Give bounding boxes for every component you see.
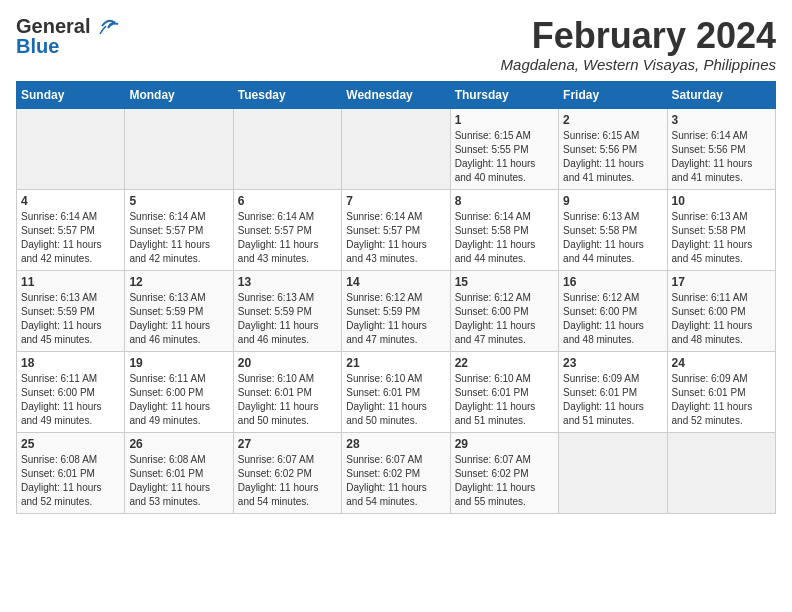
logo-bird-icon <box>92 16 120 38</box>
day-number: 8 <box>455 194 554 208</box>
day-number: 6 <box>238 194 337 208</box>
calendar-day-cell: 20Sunrise: 6:10 AM Sunset: 6:01 PM Dayli… <box>233 351 341 432</box>
calendar-day-cell: 29Sunrise: 6:07 AM Sunset: 6:02 PM Dayli… <box>450 432 558 513</box>
day-number: 27 <box>238 437 337 451</box>
day-number: 9 <box>563 194 662 208</box>
day-info: Sunrise: 6:14 AM Sunset: 5:57 PM Dayligh… <box>346 210 445 266</box>
day-info: Sunrise: 6:08 AM Sunset: 6:01 PM Dayligh… <box>129 453 228 509</box>
header: GeneralBlue February 2024 Magdalena, Wes… <box>16 16 776 73</box>
day-number: 3 <box>672 113 771 127</box>
day-number: 23 <box>563 356 662 370</box>
day-number: 19 <box>129 356 228 370</box>
day-number: 4 <box>21 194 120 208</box>
day-info: Sunrise: 6:14 AM Sunset: 5:56 PM Dayligh… <box>672 129 771 185</box>
day-info: Sunrise: 6:11 AM Sunset: 6:00 PM Dayligh… <box>672 291 771 347</box>
calendar-day-cell <box>233 108 341 189</box>
calendar-day-cell: 8Sunrise: 6:14 AM Sunset: 5:58 PM Daylig… <box>450 189 558 270</box>
day-number: 14 <box>346 275 445 289</box>
day-info: Sunrise: 6:07 AM Sunset: 6:02 PM Dayligh… <box>455 453 554 509</box>
day-info: Sunrise: 6:07 AM Sunset: 6:02 PM Dayligh… <box>238 453 337 509</box>
calendar-day-cell: 28Sunrise: 6:07 AM Sunset: 6:02 PM Dayli… <box>342 432 450 513</box>
calendar-week-row: 25Sunrise: 6:08 AM Sunset: 6:01 PM Dayli… <box>17 432 776 513</box>
calendar-day-cell: 23Sunrise: 6:09 AM Sunset: 6:01 PM Dayli… <box>559 351 667 432</box>
day-info: Sunrise: 6:09 AM Sunset: 6:01 PM Dayligh… <box>563 372 662 428</box>
day-info: Sunrise: 6:13 AM Sunset: 5:58 PM Dayligh… <box>563 210 662 266</box>
calendar-week-row: 11Sunrise: 6:13 AM Sunset: 5:59 PM Dayli… <box>17 270 776 351</box>
day-info: Sunrise: 6:10 AM Sunset: 6:01 PM Dayligh… <box>238 372 337 428</box>
calendar-body: 1Sunrise: 6:15 AM Sunset: 5:55 PM Daylig… <box>17 108 776 513</box>
calendar-day-cell: 2Sunrise: 6:15 AM Sunset: 5:56 PM Daylig… <box>559 108 667 189</box>
logo: GeneralBlue <box>16 16 120 56</box>
calendar-week-row: 18Sunrise: 6:11 AM Sunset: 6:00 PM Dayli… <box>17 351 776 432</box>
day-info: Sunrise: 6:13 AM Sunset: 5:59 PM Dayligh… <box>129 291 228 347</box>
day-number: 7 <box>346 194 445 208</box>
title-area: February 2024 Magdalena, Western Visayas… <box>501 16 776 73</box>
calendar-header-row: SundayMondayTuesdayWednesdayThursdayFrid… <box>17 81 776 108</box>
day-number: 17 <box>672 275 771 289</box>
logo-text: GeneralBlue <box>16 16 90 56</box>
day-info: Sunrise: 6:10 AM Sunset: 6:01 PM Dayligh… <box>455 372 554 428</box>
day-number: 20 <box>238 356 337 370</box>
day-info: Sunrise: 6:12 AM Sunset: 5:59 PM Dayligh… <box>346 291 445 347</box>
calendar-day-cell: 9Sunrise: 6:13 AM Sunset: 5:58 PM Daylig… <box>559 189 667 270</box>
calendar-day-cell <box>125 108 233 189</box>
day-info: Sunrise: 6:10 AM Sunset: 6:01 PM Dayligh… <box>346 372 445 428</box>
day-info: Sunrise: 6:14 AM Sunset: 5:57 PM Dayligh… <box>129 210 228 266</box>
month-title: February 2024 <box>501 16 776 56</box>
calendar-day-cell: 27Sunrise: 6:07 AM Sunset: 6:02 PM Dayli… <box>233 432 341 513</box>
calendar-day-cell: 6Sunrise: 6:14 AM Sunset: 5:57 PM Daylig… <box>233 189 341 270</box>
day-info: Sunrise: 6:13 AM Sunset: 5:59 PM Dayligh… <box>21 291 120 347</box>
day-number: 29 <box>455 437 554 451</box>
calendar-day-cell: 12Sunrise: 6:13 AM Sunset: 5:59 PM Dayli… <box>125 270 233 351</box>
day-number: 15 <box>455 275 554 289</box>
calendar-day-cell: 1Sunrise: 6:15 AM Sunset: 5:55 PM Daylig… <box>450 108 558 189</box>
location-title: Magdalena, Western Visayas, Philippines <box>501 56 776 73</box>
calendar-day-cell: 5Sunrise: 6:14 AM Sunset: 5:57 PM Daylig… <box>125 189 233 270</box>
day-info: Sunrise: 6:13 AM Sunset: 5:58 PM Dayligh… <box>672 210 771 266</box>
day-info: Sunrise: 6:14 AM Sunset: 5:57 PM Dayligh… <box>238 210 337 266</box>
calendar-day-cell <box>559 432 667 513</box>
calendar-day-cell: 26Sunrise: 6:08 AM Sunset: 6:01 PM Dayli… <box>125 432 233 513</box>
calendar-table: SundayMondayTuesdayWednesdayThursdayFrid… <box>16 81 776 514</box>
calendar-day-cell: 15Sunrise: 6:12 AM Sunset: 6:00 PM Dayli… <box>450 270 558 351</box>
day-info: Sunrise: 6:11 AM Sunset: 6:00 PM Dayligh… <box>21 372 120 428</box>
day-info: Sunrise: 6:07 AM Sunset: 6:02 PM Dayligh… <box>346 453 445 509</box>
day-number: 1 <box>455 113 554 127</box>
day-number: 11 <box>21 275 120 289</box>
day-info: Sunrise: 6:11 AM Sunset: 6:00 PM Dayligh… <box>129 372 228 428</box>
calendar-day-cell: 13Sunrise: 6:13 AM Sunset: 5:59 PM Dayli… <box>233 270 341 351</box>
calendar-day-cell <box>342 108 450 189</box>
day-of-week-header: Tuesday <box>233 81 341 108</box>
day-number: 2 <box>563 113 662 127</box>
day-of-week-header: Monday <box>125 81 233 108</box>
day-info: Sunrise: 6:14 AM Sunset: 5:57 PM Dayligh… <box>21 210 120 266</box>
calendar-day-cell <box>17 108 125 189</box>
day-number: 26 <box>129 437 228 451</box>
calendar-day-cell: 16Sunrise: 6:12 AM Sunset: 6:00 PM Dayli… <box>559 270 667 351</box>
calendar-day-cell: 14Sunrise: 6:12 AM Sunset: 5:59 PM Dayli… <box>342 270 450 351</box>
day-info: Sunrise: 6:14 AM Sunset: 5:58 PM Dayligh… <box>455 210 554 266</box>
day-number: 10 <box>672 194 771 208</box>
calendar-day-cell: 4Sunrise: 6:14 AM Sunset: 5:57 PM Daylig… <box>17 189 125 270</box>
day-of-week-header: Saturday <box>667 81 775 108</box>
calendar-week-row: 1Sunrise: 6:15 AM Sunset: 5:55 PM Daylig… <box>17 108 776 189</box>
calendar-day-cell: 11Sunrise: 6:13 AM Sunset: 5:59 PM Dayli… <box>17 270 125 351</box>
day-of-week-header: Friday <box>559 81 667 108</box>
calendar-day-cell: 3Sunrise: 6:14 AM Sunset: 5:56 PM Daylig… <box>667 108 775 189</box>
calendar-day-cell: 10Sunrise: 6:13 AM Sunset: 5:58 PM Dayli… <box>667 189 775 270</box>
day-number: 18 <box>21 356 120 370</box>
day-number: 16 <box>563 275 662 289</box>
day-info: Sunrise: 6:08 AM Sunset: 6:01 PM Dayligh… <box>21 453 120 509</box>
calendar-day-cell: 25Sunrise: 6:08 AM Sunset: 6:01 PM Dayli… <box>17 432 125 513</box>
day-number: 13 <box>238 275 337 289</box>
calendar-week-row: 4Sunrise: 6:14 AM Sunset: 5:57 PM Daylig… <box>17 189 776 270</box>
calendar-day-cell: 18Sunrise: 6:11 AM Sunset: 6:00 PM Dayli… <box>17 351 125 432</box>
day-number: 22 <box>455 356 554 370</box>
calendar-day-cell: 17Sunrise: 6:11 AM Sunset: 6:00 PM Dayli… <box>667 270 775 351</box>
day-info: Sunrise: 6:15 AM Sunset: 5:56 PM Dayligh… <box>563 129 662 185</box>
day-info: Sunrise: 6:12 AM Sunset: 6:00 PM Dayligh… <box>455 291 554 347</box>
calendar-day-cell <box>667 432 775 513</box>
day-number: 28 <box>346 437 445 451</box>
calendar-day-cell: 22Sunrise: 6:10 AM Sunset: 6:01 PM Dayli… <box>450 351 558 432</box>
day-info: Sunrise: 6:12 AM Sunset: 6:00 PM Dayligh… <box>563 291 662 347</box>
